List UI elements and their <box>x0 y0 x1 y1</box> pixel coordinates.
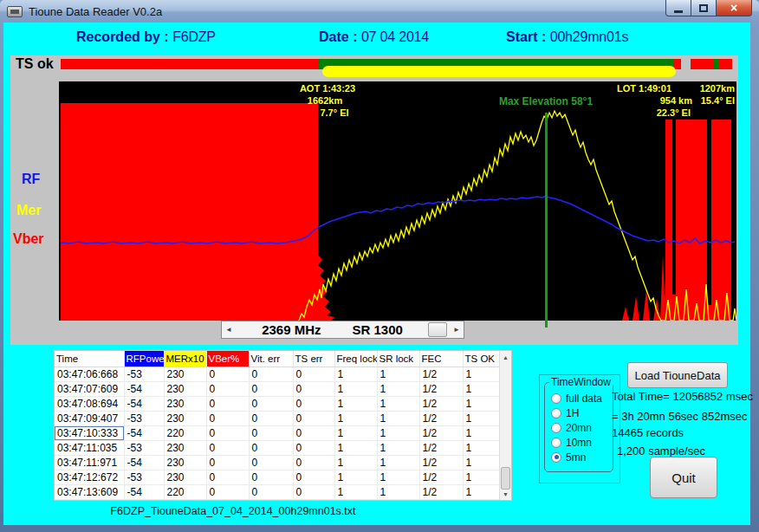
scroll-up-arrow-icon[interactable]: ▲ <box>500 351 511 363</box>
table-cell[interactable]: 1 <box>377 411 419 425</box>
table-cell[interactable]: 1/2 <box>419 411 463 425</box>
table-cell[interactable]: 0 <box>249 470 293 484</box>
table-cell[interactable]: 1 <box>463 440 501 455</box>
table-cell[interactable]: 1 <box>463 367 501 381</box>
table-cell[interactable]: 03:47:08:694 <box>55 396 124 411</box>
column-header[interactable]: SR lock <box>377 351 419 367</box>
table-cell[interactable]: 03:47:11:971 <box>55 455 124 470</box>
table-cell[interactable]: 1 <box>377 396 419 411</box>
table-cell[interactable]: 0 <box>293 396 334 411</box>
table-cell[interactable]: 1/2 <box>419 381 463 396</box>
table-cell[interactable]: 1 <box>377 367 419 381</box>
table-cell[interactable]: 1 <box>463 411 501 425</box>
table-cell[interactable]: 1 <box>377 440 419 455</box>
table-cell[interactable]: 03:47:06:668 <box>55 367 124 381</box>
column-header[interactable]: Time <box>55 351 124 367</box>
column-header[interactable]: RFPower <box>124 351 164 367</box>
close-button[interactable]: × <box>716 0 752 16</box>
table-cell[interactable]: 1 <box>377 425 419 440</box>
table-cell[interactable]: 0 <box>249 455 293 470</box>
table-cell[interactable]: 1 <box>334 425 377 440</box>
radio-option-20mn[interactable]: 20mn <box>551 420 602 435</box>
table-cell[interactable]: 1/2 <box>419 396 463 411</box>
table-cell[interactable]: 1/2 <box>419 455 463 470</box>
quit-button[interactable]: Quit <box>650 457 717 498</box>
column-header[interactable]: TS err <box>293 351 334 367</box>
table-cell[interactable]: 1 <box>377 484 419 499</box>
table-cell[interactable]: -54 <box>124 484 164 499</box>
table-cell[interactable]: 230 <box>164 411 206 425</box>
table-cell[interactable]: 0 <box>206 455 249 470</box>
table-cell[interactable]: 220 <box>164 484 206 499</box>
table-cell[interactable]: 0 <box>206 470 249 484</box>
table-cell[interactable]: 0 <box>293 381 334 396</box>
table-cell[interactable]: 0 <box>249 425 293 440</box>
radio-button-icon[interactable] <box>551 393 561 404</box>
table-cell[interactable]: -54 <box>124 425 164 440</box>
table-cell[interactable]: 1 <box>463 484 501 499</box>
column-header[interactable]: MERx10 <box>164 351 206 367</box>
table-cell[interactable]: 1 <box>463 425 501 440</box>
table-cell[interactable]: 1 <box>334 367 377 381</box>
table-cell[interactable]: 230 <box>164 367 206 381</box>
table-cell[interactable]: 1 <box>463 381 501 396</box>
table-cell[interactable]: 1 <box>377 455 419 470</box>
table-cell[interactable]: 1 <box>334 396 377 411</box>
table-row[interactable]: 03:47:11:035-53230000111/21 <box>55 440 501 455</box>
table-cell[interactable]: 1/2 <box>419 470 463 484</box>
column-header[interactable]: VBer% <box>206 351 249 367</box>
radio-button-icon[interactable] <box>551 423 561 433</box>
table-row[interactable]: 03:47:07:609-54230000111/21 <box>55 381 501 396</box>
table-cell[interactable]: -53 <box>124 440 164 455</box>
table-cell[interactable]: 03:47:10:333 <box>55 425 124 440</box>
table-cell[interactable]: 03:47:12:672 <box>55 470 124 484</box>
column-header[interactable]: FEC <box>419 351 463 367</box>
table-cell[interactable]: 0 <box>206 440 249 455</box>
table-cell[interactable]: 1 <box>377 381 419 396</box>
table-cell[interactable]: 1 <box>334 440 377 455</box>
radio-option-1H[interactable]: 1H <box>551 405 602 420</box>
table-cell[interactable]: 1 <box>334 470 377 484</box>
table-cell[interactable]: 03:47:09:407 <box>55 411 124 425</box>
table-cell[interactable]: 1/2 <box>419 425 463 440</box>
table-cell[interactable]: 0 <box>206 367 249 381</box>
table-cell[interactable]: -53 <box>124 470 164 484</box>
table-cell[interactable]: 0 <box>249 411 293 425</box>
table-cell[interactable]: -54 <box>124 381 164 396</box>
column-header[interactable]: Freq lock <box>334 351 377 367</box>
table-cell[interactable]: 0 <box>293 484 334 499</box>
table-cell[interactable]: 0 <box>206 484 249 499</box>
table-row[interactable]: 03:47:09:407-53230000111/21 <box>55 411 501 425</box>
table-cell[interactable]: 1 <box>377 470 419 484</box>
title-bar[interactable]: Tioune Data Reader V0.2a <box>0 0 759 23</box>
table-cell[interactable]: 0 <box>206 396 249 411</box>
table-cell[interactable]: 220 <box>164 425 206 440</box>
table-cell[interactable]: 0 <box>249 484 293 499</box>
table-cell[interactable]: 0 <box>206 411 249 425</box>
table-row[interactable]: 03:47:12:672-53230000111/21 <box>55 470 501 484</box>
load-tiounedata-button[interactable]: Load TiouneData <box>627 362 728 388</box>
scrollbar-thumb[interactable] <box>428 322 447 337</box>
table-cell[interactable]: 03:47:13:609 <box>55 484 124 499</box>
minimize-button[interactable] <box>665 0 691 16</box>
table-cell[interactable]: -54 <box>124 455 164 470</box>
table-cell[interactable]: 1/2 <box>419 484 463 499</box>
table-cell[interactable]: 0 <box>206 381 249 396</box>
table-cell[interactable]: 0 <box>249 396 293 411</box>
table-scrollbar[interactable]: ▲ ▼ <box>499 351 511 500</box>
table-cell[interactable]: 03:47:11:035 <box>55 440 124 455</box>
column-header[interactable]: TS OK <box>463 351 501 367</box>
radio-button-icon[interactable] <box>551 452 561 463</box>
table-cell[interactable]: 230 <box>164 396 206 411</box>
radio-option-full-data[interactable]: full data <box>551 391 602 405</box>
table-cell[interactable]: 0 <box>293 425 334 440</box>
frequency-scrollbar[interactable]: ◄ 2369 MHz SR 1300 ► <box>221 321 464 339</box>
table-row[interactable]: 03:47:08:694-54230000111/21 <box>55 396 501 411</box>
table-cell[interactable]: 1 <box>463 470 501 484</box>
scroll-down-arrow-icon[interactable]: ▼ <box>500 488 511 500</box>
table-cell[interactable]: -53 <box>124 367 164 381</box>
table-row[interactable]: 03:47:11:971-54230000111/21 <box>55 455 501 470</box>
scroll-left-arrow-icon[interactable]: ◄ <box>222 321 236 338</box>
table-cell[interactable]: 1 <box>334 455 377 470</box>
table-cell[interactable]: 1 <box>334 411 377 425</box>
